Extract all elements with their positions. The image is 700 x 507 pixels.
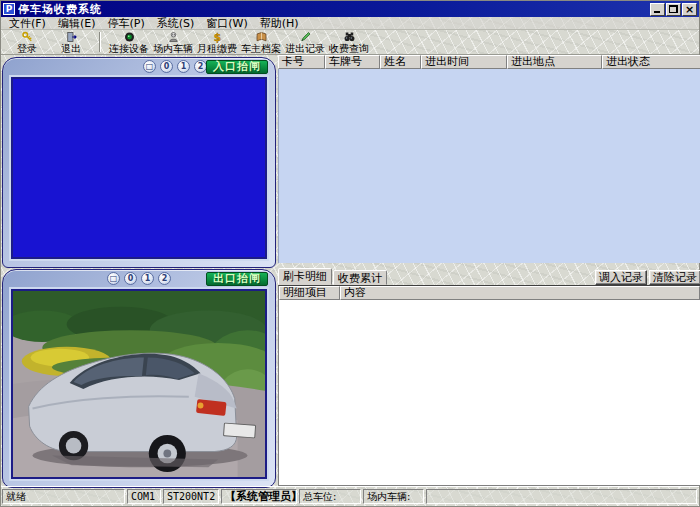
toolbar-label: 连接设备 [109, 43, 149, 54]
status-com-port: COM1 [127, 489, 161, 504]
entrance-video-feed [13, 79, 265, 257]
exit-panel-header: □ 0 1 2 出口抬闸 [3, 270, 275, 287]
inout-records-button[interactable]: 进出记录 [283, 30, 327, 54]
detail-table: 明细项目 内容 [278, 285, 700, 486]
owner-archive-icon [255, 31, 268, 43]
window-title: 停车场收费系统 [18, 2, 650, 17]
toolbar-label: 登录 [17, 43, 37, 54]
column-header-name[interactable]: 姓名 [380, 55, 421, 69]
entrance-panel-header: □ 0 1 2 入口抬闸 [3, 58, 275, 75]
toolbar-label: 车主档案 [241, 43, 281, 54]
entrance-gate-open-button[interactable]: 入口抬闸 [206, 60, 268, 74]
exit-cam-button-2[interactable]: 2 [158, 272, 171, 285]
minimize-icon [654, 11, 660, 13]
records-region: 卡号 车牌号 姓名 进出时间 进出地点 进出状态 刷卡明细 收费累计 调入记录 … [278, 55, 700, 488]
status-bar: 就绪 COM1 ST200NT2 【系统管理员】 总车位: 场内车辆: [1, 486, 699, 506]
column-header-plate-no[interactable]: 车牌号 [325, 55, 380, 69]
restore-button[interactable] [666, 3, 681, 16]
detail-table-body [279, 300, 700, 485]
status-empty-panel [426, 489, 697, 504]
detail-table-header: 明细项目 内容 [279, 286, 700, 300]
connect-device-icon [123, 31, 136, 43]
menu-window[interactable]: 窗口(W) [202, 17, 255, 30]
fee-query-button[interactable]: 收费查询 [327, 30, 371, 54]
menu-parking[interactable]: 停车(P) [103, 17, 152, 30]
restore-icon [669, 5, 678, 13]
column-header-detail-item[interactable]: 明细项目 [279, 286, 340, 300]
toolbar-label: 进出记录 [285, 43, 325, 54]
toolbar-separator [99, 32, 101, 52]
tab-card-swipe-detail[interactable]: 刷卡明细 [278, 268, 332, 285]
clear-records-button[interactable]: 清除记录 [649, 270, 700, 285]
app-window: P 停车场收费系统 × 文件(F) 编辑(E) 停车(P) 系统(S) 窗口(W… [0, 0, 700, 507]
close-button[interactable]: × [682, 3, 697, 16]
status-inside-vehicles: 场内车辆: [363, 489, 424, 504]
menu-file[interactable]: 文件(F) [5, 17, 54, 30]
records-table-body [278, 69, 700, 263]
connect-device-button[interactable]: 连接设备 [107, 30, 151, 54]
status-ready: 就绪 [2, 489, 125, 504]
toolbar-label: 月租缴费 [197, 43, 237, 54]
toolbar: 登录 退出 连接设备 场内车辆 [1, 30, 699, 55]
exit-button[interactable]: 退出 [49, 30, 93, 54]
load-records-button[interactable]: 调入记录 [595, 270, 647, 285]
menu-edit[interactable]: 编辑(E) [54, 17, 104, 30]
records-table-header: 卡号 车牌号 姓名 进出时间 进出地点 进出状态 [278, 55, 700, 69]
menu-bar: 文件(F) 编辑(E) 停车(P) 系统(S) 窗口(W) 帮助(H) [1, 17, 699, 30]
fee-query-icon [343, 31, 356, 43]
minimize-button[interactable] [650, 3, 665, 16]
inside-vehicles-icon [167, 31, 180, 43]
exit-camera-panel: □ 0 1 2 出口抬闸 [2, 269, 276, 488]
svg-text:$: $ [213, 31, 220, 43]
inout-records-icon [299, 31, 312, 43]
tab-fee-total[interactable]: 收费累计 [333, 270, 387, 285]
close-icon: × [685, 5, 694, 14]
exit-cam-button-1[interactable]: 1 [141, 272, 154, 285]
exit-icon [65, 31, 78, 43]
column-header-inout-status[interactable]: 进出状态 [602, 55, 700, 69]
entrance-cam-button-all[interactable]: □ [143, 60, 156, 73]
status-operator: 【系统管理员】 [221, 489, 297, 504]
title-bar: P 停车场收费系统 × [1, 1, 699, 17]
login-button[interactable]: 登录 [5, 30, 49, 54]
entrance-video-area [9, 75, 269, 261]
column-header-card-no[interactable]: 卡号 [278, 55, 325, 69]
exit-gate-open-button[interactable]: 出口抬闸 [206, 272, 268, 286]
exit-video-area [9, 287, 269, 481]
key-icon [21, 31, 34, 43]
status-total-spaces: 总车位: [299, 489, 361, 504]
exit-video-feed-car-photo [13, 291, 265, 477]
detail-tab-row: 刷卡明细 收费累计 调入记录 清除记录 [278, 268, 700, 285]
inside-vehicles-button[interactable]: 场内车辆 [151, 30, 195, 54]
column-header-inout-time[interactable]: 进出时间 [421, 55, 507, 69]
toolbar-label: 收费查询 [329, 43, 369, 54]
monthly-fee-icon: $ [211, 31, 224, 43]
entrance-cam-button-1[interactable]: 1 [177, 60, 190, 73]
status-device: ST200NT2 [163, 489, 219, 504]
toolbar-label: 场内车辆 [153, 43, 193, 54]
menu-system[interactable]: 系统(S) [153, 17, 203, 30]
toolbar-label: 退出 [61, 43, 81, 54]
exit-cam-button-all[interactable]: □ [107, 272, 120, 285]
menu-help[interactable]: 帮助(H) [256, 17, 307, 30]
entrance-cam-button-0[interactable]: 0 [160, 60, 173, 73]
entrance-camera-panel: □ 0 1 2 入口抬闸 [2, 57, 276, 268]
column-header-inout-place[interactable]: 进出地点 [507, 55, 602, 69]
exit-cam-button-0[interactable]: 0 [124, 272, 137, 285]
monthly-fee-button[interactable]: $ 月租缴费 [195, 30, 239, 54]
owner-archive-button[interactable]: 车主档案 [239, 30, 283, 54]
column-header-content[interactable]: 内容 [340, 286, 700, 300]
app-icon: P [3, 3, 15, 15]
